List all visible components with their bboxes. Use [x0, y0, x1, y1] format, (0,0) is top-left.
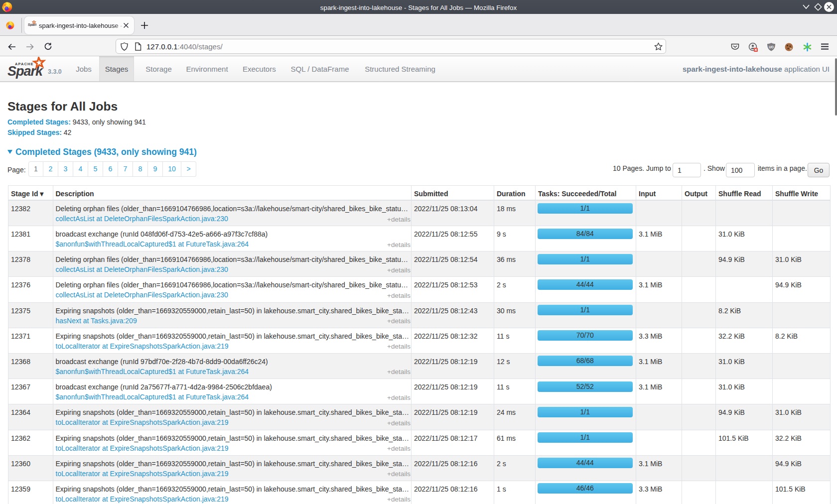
svg-text:UO: UO: [769, 45, 774, 49]
svg-text:APACHE: APACHE: [15, 62, 34, 66]
